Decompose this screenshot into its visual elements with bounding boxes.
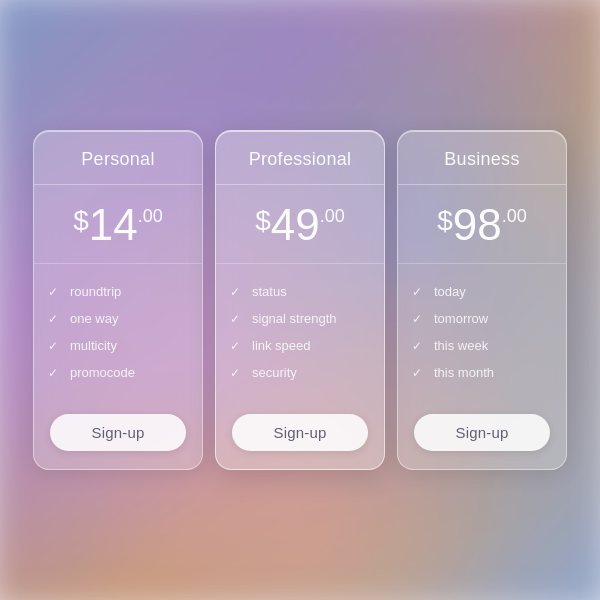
checkmark-icon: ✓ [230, 366, 244, 380]
price-amount-personal: 14 [89, 203, 138, 247]
price-cents-business: .00 [502, 207, 527, 225]
plan-footer-personal: Sign-up [34, 402, 202, 469]
plan-footer-business: Sign-up [398, 402, 566, 469]
plan-header-professional: Professional [216, 131, 384, 185]
price-cents-professional: .00 [320, 207, 345, 225]
checkmark-icon: ✓ [48, 366, 62, 380]
plan-name-business: Business [410, 149, 554, 170]
signup-button-professional[interactable]: Sign-up [232, 414, 368, 451]
checkmark-icon: ✓ [230, 339, 244, 353]
checkmark-icon: ✓ [412, 366, 426, 380]
feature-label: this week [434, 338, 488, 353]
price-symbol-business: $ [437, 207, 453, 235]
list-item: ✓roundtrip [48, 278, 188, 305]
feature-label: signal strength [252, 311, 337, 326]
list-item: ✓today [412, 278, 552, 305]
checkmark-icon: ✓ [48, 312, 62, 326]
list-item: ✓this month [412, 359, 552, 386]
checkmark-icon: ✓ [230, 312, 244, 326]
plan-price-professional: $49.00 [255, 203, 345, 247]
plan-features-personal: ✓roundtrip✓one way✓multicity✓promocode [34, 264, 202, 402]
feature-label: one way [70, 311, 118, 326]
list-item: ✓link speed [230, 332, 370, 359]
list-item: ✓one way [48, 305, 188, 332]
plan-name-personal: Personal [46, 149, 190, 170]
plan-price-section-business: $98.00 [398, 185, 566, 264]
price-cents-personal: .00 [138, 207, 163, 225]
plan-header-personal: Personal [34, 131, 202, 185]
plan-price-personal: $14.00 [73, 203, 163, 247]
feature-label: multicity [70, 338, 117, 353]
list-item: ✓multicity [48, 332, 188, 359]
feature-label: promocode [70, 365, 135, 380]
plan-footer-professional: Sign-up [216, 402, 384, 469]
plan-price-business: $98.00 [437, 203, 527, 247]
feature-label: tomorrow [434, 311, 488, 326]
plan-price-section-professional: $49.00 [216, 185, 384, 264]
feature-label: today [434, 284, 466, 299]
checkmark-icon: ✓ [412, 285, 426, 299]
checkmark-icon: ✓ [48, 285, 62, 299]
price-symbol-personal: $ [73, 207, 89, 235]
list-item: ✓status [230, 278, 370, 305]
list-item: ✓tomorrow [412, 305, 552, 332]
feature-label: roundtrip [70, 284, 121, 299]
plan-card-business: Business$98.00✓today✓tomorrow✓this week✓… [397, 130, 567, 470]
plan-features-professional: ✓status✓signal strength✓link speed✓secur… [216, 264, 384, 402]
pricing-container: Personal$14.00✓roundtrip✓one way✓multici… [9, 100, 591, 500]
checkmark-icon: ✓ [48, 339, 62, 353]
list-item: ✓this week [412, 332, 552, 359]
checkmark-icon: ✓ [412, 339, 426, 353]
feature-label: status [252, 284, 287, 299]
list-item: ✓promocode [48, 359, 188, 386]
list-item: ✓security [230, 359, 370, 386]
checkmark-icon: ✓ [230, 285, 244, 299]
signup-button-personal[interactable]: Sign-up [50, 414, 186, 451]
feature-label: link speed [252, 338, 311, 353]
checkmark-icon: ✓ [412, 312, 426, 326]
plan-name-professional: Professional [228, 149, 372, 170]
price-symbol-professional: $ [255, 207, 271, 235]
plan-card-professional: Professional$49.00✓status✓signal strengt… [215, 130, 385, 470]
price-amount-business: 98 [453, 203, 502, 247]
plan-header-business: Business [398, 131, 566, 185]
plan-price-section-personal: $14.00 [34, 185, 202, 264]
signup-button-business[interactable]: Sign-up [414, 414, 550, 451]
plan-card-personal: Personal$14.00✓roundtrip✓one way✓multici… [33, 130, 203, 470]
feature-label: security [252, 365, 297, 380]
plan-features-business: ✓today✓tomorrow✓this week✓this month [398, 264, 566, 402]
price-amount-professional: 49 [271, 203, 320, 247]
list-item: ✓signal strength [230, 305, 370, 332]
feature-label: this month [434, 365, 494, 380]
